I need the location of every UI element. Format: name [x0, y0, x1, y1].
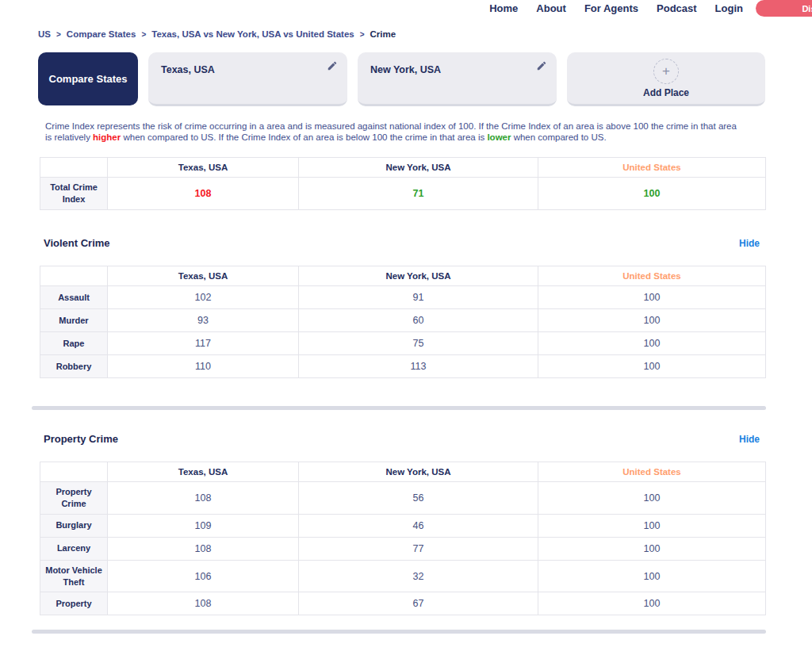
- table-row: Total Crime Index 108 71 100: [40, 178, 766, 210]
- cell-value: 100: [538, 355, 766, 378]
- cell-value: 67: [299, 592, 538, 615]
- nav-item-podcast[interactable]: Podcast: [657, 2, 697, 14]
- cell-value: 109: [108, 514, 299, 537]
- cell-value: 100: [538, 286, 766, 309]
- chevron-right-icon: >: [360, 30, 365, 39]
- compare-bar: Compare States Texas, USA New York, USA …: [38, 52, 765, 106]
- empty-header-cell: [40, 462, 108, 482]
- breadcrumb-crime: Crime: [370, 29, 396, 39]
- breadcrumb-compare-states[interactable]: Compare States: [67, 29, 136, 39]
- cell-value: 77: [299, 537, 538, 560]
- edit-pencil-icon[interactable]: [536, 60, 547, 75]
- description-text: when compared to US. If the Crime Index …: [123, 132, 485, 142]
- row-label: Motor Vehicle Theft: [40, 560, 108, 592]
- breadcrumb-us[interactable]: US: [38, 29, 51, 39]
- empty-header-cell: [40, 158, 108, 178]
- cell-value: 100: [538, 537, 766, 560]
- place-card-new-york: New York, USA: [358, 52, 557, 106]
- table-row: Robbery 110 113 100: [40, 355, 766, 378]
- table-header-row: Texas, USA New York, USA United States: [40, 158, 766, 178]
- cell-value: 108: [108, 178, 299, 210]
- description-text: when compared to US.: [514, 132, 607, 142]
- cell-value: 108: [108, 592, 299, 615]
- cell-value: 108: [108, 537, 299, 560]
- column-header-united-states: United States: [538, 158, 766, 178]
- breadcrumb-comparison[interactable]: Texas, USA vs New York, USA vs United St…: [151, 29, 354, 39]
- cell-value: 71: [299, 178, 538, 210]
- compare-states-crime-page: Home About For Agents Podcast Login Disc…: [0, 0, 812, 655]
- nav-item-for-agents[interactable]: For Agents: [584, 2, 638, 14]
- description-lower: lower: [487, 132, 511, 142]
- row-label: Larceny: [40, 537, 108, 560]
- row-label: Burglary: [40, 514, 108, 537]
- column-header-texas: Texas, USA: [108, 266, 299, 286]
- total-crime-index-table: Texas, USA New York, USA United States T…: [40, 157, 766, 210]
- add-place-button[interactable]: + Add Place: [567, 52, 765, 106]
- chevron-right-icon: >: [56, 30, 61, 39]
- column-header-texas: Texas, USA: [108, 462, 299, 482]
- column-header-new-york: New York, USA: [299, 266, 538, 286]
- section-divider: [32, 630, 766, 634]
- row-label: Total Crime Index: [40, 178, 108, 210]
- column-header-texas: Texas, USA: [108, 158, 299, 178]
- table-header-row: Texas, USA New York, USA United States: [40, 266, 766, 286]
- row-label: Rape: [40, 332, 108, 355]
- cell-value: 106: [108, 560, 299, 592]
- row-label: Property Crime: [40, 482, 108, 515]
- table-row: Larceny 108 77 100: [40, 537, 766, 560]
- cell-value: 100: [538, 309, 766, 332]
- section-title: Property Crime: [44, 433, 118, 445]
- cell-value: 32: [299, 560, 538, 592]
- cta-button[interactable]: Disc: [756, 0, 812, 17]
- column-header-united-states: United States: [538, 462, 766, 482]
- hide-link[interactable]: Hide: [739, 434, 760, 445]
- cell-value: 110: [108, 355, 299, 378]
- table-row: Motor Vehicle Theft 106 32 100: [40, 560, 766, 592]
- description-higher: higher: [93, 132, 121, 142]
- row-label: Assault: [40, 286, 108, 309]
- nav-links: Home About For Agents Podcast Login: [489, 2, 743, 14]
- cell-value: 46: [299, 514, 538, 537]
- table-row: Property Crime 108 56 100: [40, 482, 766, 515]
- table-row: Property 108 67 100: [40, 592, 766, 615]
- cell-value: 113: [299, 355, 538, 378]
- empty-header-cell: [40, 266, 108, 286]
- section-divider: [32, 406, 766, 410]
- violent-crime-table: Texas, USA New York, USA United States A…: [40, 266, 766, 378]
- row-label: Robbery: [40, 355, 108, 378]
- cell-value: 102: [108, 286, 299, 309]
- cell-value: 100: [538, 592, 766, 615]
- violent-crime-section-header: Violent Crime Hide: [40, 237, 765, 249]
- table-header-row: Texas, USA New York, USA United States: [40, 462, 766, 482]
- cell-value: 100: [538, 332, 766, 355]
- cell-value: 108: [108, 482, 299, 515]
- hide-link[interactable]: Hide: [739, 238, 760, 249]
- cell-value: 93: [108, 309, 299, 332]
- property-crime-table: Texas, USA New York, USA United States P…: [40, 462, 766, 615]
- cell-value: 100: [538, 178, 766, 210]
- table-row: Rape 117 75 100: [40, 332, 766, 355]
- cell-value: 117: [108, 332, 299, 355]
- place-name: Texas, USA: [161, 64, 215, 75]
- table-row: Assault 102 91 100: [40, 286, 766, 309]
- table-row: Murder 93 60 100: [40, 309, 766, 332]
- cell-value: 100: [538, 514, 766, 537]
- place-name: New York, USA: [370, 64, 441, 75]
- top-nav: Home About For Agents Podcast Login Disc: [0, 0, 812, 19]
- table-row: Burglary 109 46 100: [40, 514, 766, 537]
- nav-item-login[interactable]: Login: [715, 2, 743, 14]
- column-header-new-york: New York, USA: [299, 158, 538, 178]
- place-card-texas: Texas, USA: [148, 52, 347, 106]
- chevron-right-icon: >: [141, 30, 146, 39]
- crime-index-description: Crime Index represents the risk of crime…: [45, 121, 743, 143]
- property-crime-section-header: Property Crime Hide: [40, 433, 765, 445]
- plus-circle-icon: +: [653, 59, 679, 84]
- cell-value: 100: [538, 560, 766, 592]
- edit-pencil-icon[interactable]: [327, 60, 338, 75]
- section-title: Violent Crime: [44, 237, 110, 249]
- row-label: Murder: [40, 309, 108, 332]
- nav-item-home[interactable]: Home: [489, 2, 518, 14]
- cell-value: 60: [299, 309, 538, 332]
- nav-item-about[interactable]: About: [536, 2, 566, 14]
- compare-states-button[interactable]: Compare States: [38, 52, 138, 105]
